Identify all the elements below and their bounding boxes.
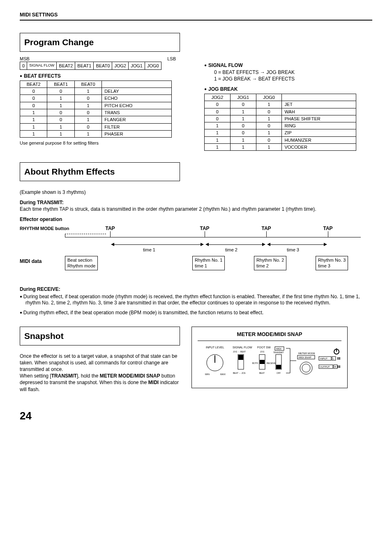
table-cell: 0 [230,122,256,129]
table-cell: 1 [20,130,47,137]
beat-effects-table: BEAT2BEAT1BEAT0001DELAY010ECHO011PITCH E… [20,81,172,138]
panel-meter-mode: METER MODE [298,352,315,355]
snapshot-body-3: ], hold the [77,373,100,379]
table-cell: 1 [205,144,231,151]
arrow-icon: → [252,76,258,82]
table-cell: ZIP [282,129,356,136]
table-row: 010ECHO [20,95,172,102]
table-header: BEAT0 [74,81,101,88]
effector-heading: Effector operation [20,216,372,223]
bit-table: 0 SIGNAL FLOW BEAT2 BEAT1 BEAT0 JOG2 JOG… [20,62,161,70]
svg-rect-24 [339,366,340,366]
table-cell: 0 [20,88,47,95]
time1-label: time 1 [143,247,155,253]
panel-jog-beat: JOG → BEAT [233,350,246,353]
signal-flow-1b: BEAT EFFECTS [258,76,295,82]
table-header: JOG2 [205,94,231,101]
time3-label: time 3 [287,247,299,253]
rhythm-transmit-heading: During TRANSMIT: [20,200,64,205]
table-cell: 0 [256,122,282,129]
table-cell: 1 [230,144,256,151]
table-cell: 0 [256,136,282,143]
panel-beat-jog: BEAT → JOG [233,372,246,374]
table-cell: PHASER [102,130,172,137]
table-cell: 0 [205,108,231,115]
tick-start [65,234,65,237]
baseline [65,237,361,237]
panel-R: R [334,366,337,368]
midi-box-3-line1: Rhythm No. 3 [318,258,346,263]
table-cell: 1 [20,109,47,116]
table-cell: JET [282,101,356,108]
panel-midi: MIDI [276,348,281,350]
table-cell: 0 [47,109,74,116]
table-row: 101FLANGER [20,116,172,123]
panel-both: BOTH [252,362,258,364]
table-cell: 0 [74,95,101,102]
table-cell: RING [282,122,356,129]
table-cell: 1 [230,108,256,115]
meter-mode-panel: METER MODE/MIDI SNAP INPUT LEVEL SIGNAL … [191,327,348,388]
panel-output: OUTPUT [320,366,330,368]
panel-title: METER MODE/MIDI SNAP [198,331,341,338]
table-cell: 1 [74,88,101,95]
receive-bullet-1: During beat effect, if beat operation mo… [20,294,372,306]
running-head: MIDI SETTINGS [20,12,372,21]
svg-rect-3 [238,355,243,360]
table-cell: 0 [20,95,47,102]
rhythm-mode-button-label: RHYTHM MODE button [20,226,69,231]
snapshot-body: Once the effector is set to a target val… [20,353,184,393]
rhythm-transmit-body: Each time rhythm TAP is struck, data is … [20,206,316,212]
tick-tap4 [328,231,328,237]
svg-rect-22 [339,359,340,359]
table-cell: WAH [282,108,356,115]
signal-flow-heading: SIGNAL FLOW [204,62,372,69]
page-number: 24 [20,409,372,423]
receive-heading: During RECEIVE: [20,286,372,293]
table-cell: PITCH ECHO [102,102,172,109]
midi-box-0-line1: Beat section [67,258,92,263]
table-cell: ECHO [102,95,172,102]
panel-foot-sw: FOOT SW [257,346,271,349]
table-cell: 1 [47,95,74,102]
table-cell: TRANS [102,109,172,116]
table-cell: 1 [205,129,231,136]
midi-box-2: Rhythm No. 2 time 2 [254,256,286,270]
table-row: 111PHASER [20,130,172,137]
table-header: JOG0 [256,94,282,101]
arrow-icon: → [260,69,266,75]
tick-tap2 [205,231,205,237]
jog-break-heading: JOG BREAK [204,86,372,93]
panel-off: OFF [277,372,281,374]
svg-rect-25 [337,367,339,368]
table-header: BEAT1 [47,81,74,88]
table-cell: 0 [47,88,74,95]
table-cell: 1 [256,129,282,136]
snapshot-body-0: Once the effector is set to a target val… [20,353,177,372]
table-cell: 1 [20,123,47,130]
tick-tap1 [110,231,111,237]
panel-input-level: INPUT LEVEL [206,346,224,349]
panel-receive: RECEIVE [267,362,276,364]
table-cell: 1 [205,122,231,129]
svg-rect-5 [260,360,265,364]
rhythm-timing-diagram: RHYTHM MODE button TAP TAP TAP TAP time … [20,226,372,279]
svg-rect-26 [339,367,340,368]
svg-rect-8 [276,365,281,369]
table-cell: 1 [47,102,74,109]
table-cell: 1 [205,136,231,143]
table-cell: VOCODER [282,144,356,151]
midi-data-label: MIDI data [20,258,42,265]
bit-leading: 0 [20,62,27,69]
msb-label: MSB [20,56,30,62]
beat-effects-heading: BEAT EFFECTS [20,73,188,80]
table-cell: FILTER [102,123,172,130]
table-cell: 1 [47,130,74,137]
table-cell: 1 [74,102,101,109]
arrow-left-icon [111,243,114,246]
table-cell: PHASE SHIFTER [282,115,356,122]
table-row: 100RING [205,122,356,129]
table-header: JOG1 [230,94,256,101]
midi-box-3-line2: time 3 [318,263,330,268]
panel-L: L [333,357,334,360]
